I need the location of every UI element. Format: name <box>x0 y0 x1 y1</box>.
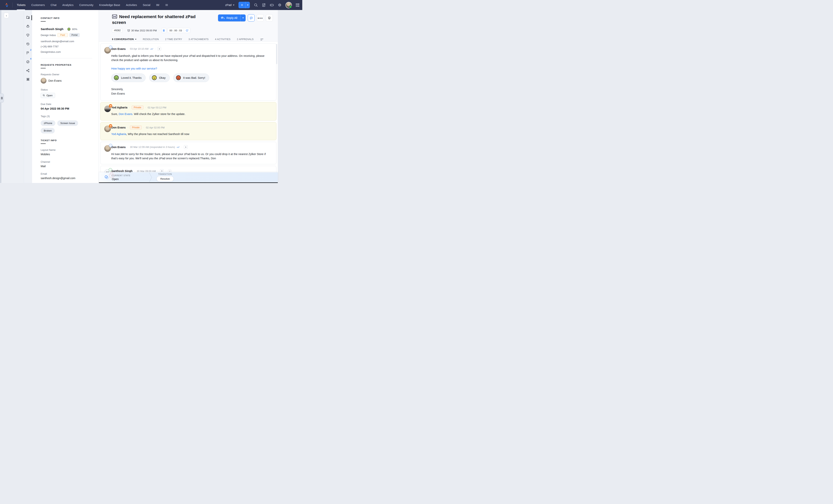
message-body: Hi Ivan,We're sorry for the trouble! Sur… <box>111 152 271 160</box>
collapse-panel-button[interactable]: ‹ <box>4 13 9 18</box>
timer-pause-button[interactable] <box>161 28 166 33</box>
dot-separator: · <box>155 48 156 50</box>
nav-overflow-icon[interactable] <box>165 4 168 6</box>
zoho-desk-logo-icon[interactable] <box>4 2 10 8</box>
outgoing-reply-badge-icon: ↑ <box>109 46 112 49</box>
survey-question-link[interactable]: How happy are you with our service? <box>111 67 271 70</box>
window-bottom-edge <box>99 182 278 183</box>
contact-name[interactable]: Santhosh Singh <box>41 27 64 31</box>
department-selector[interactable]: zPad <box>225 3 234 6</box>
channel-label: Channel <box>41 160 92 163</box>
due-date-value[interactable]: 04 Apr 2022 08:30 PM <box>41 107 92 110</box>
tag-screen-issue[interactable]: Screen Issue <box>57 120 78 126</box>
message-author[interactable]: Don Evans <box>111 146 126 149</box>
happiness-smiley-icon <box>67 28 71 31</box>
message-card: ↑ Don Evans · 30 Mar 12:09 AM (responded… <box>100 142 277 164</box>
gamification-icon[interactable] <box>270 3 274 7</box>
mention-link[interactable]: Yod Agbaria <box>111 132 126 135</box>
top-navbar: Tickets Customers Chat Analytics Communi… <box>0 0 302 10</box>
reply-all-button[interactable]: Reply All <box>218 15 245 21</box>
contact-company[interactable]: Design Indus <box>41 34 56 36</box>
status-badge[interactable]: Open <box>41 93 55 98</box>
private-note-badge-icon <box>109 104 112 107</box>
department-label: zPad <box>225 3 232 6</box>
message-time: 03 Apr 10:10 AM <box>130 47 148 50</box>
more-actions-button[interactable]: ●●● <box>257 14 264 22</box>
dot-separator: · <box>129 106 130 109</box>
nav-item-social[interactable]: Social <box>143 0 150 10</box>
rail-item-skills[interactable] <box>24 75 32 84</box>
message-author[interactable]: Yod Agbaria <box>111 106 127 109</box>
contact-phone[interactable]: (+26) 669-7787 <box>41 45 92 49</box>
requests-properties-header: REQUESTS PROPERTIES <box>41 64 92 68</box>
dot-separator: · <box>127 146 128 149</box>
left-pane: ‹ <box>1 10 24 183</box>
nav-item-community[interactable]: Community <box>79 0 93 10</box>
message-author[interactable]: Don Evans <box>111 47 126 50</box>
rating-okay-button[interactable]: Okay <box>149 74 170 82</box>
message-author[interactable]: Don Evans <box>111 126 126 129</box>
nav-item-tickets[interactable]: Tickets <box>17 0 25 10</box>
plus-icon[interactable]: + <box>238 2 245 8</box>
rail-item-flags[interactable]: 2 <box>24 48 32 57</box>
ticket-properties-icon <box>26 16 30 19</box>
chevron-separator-icon <box>149 173 152 182</box>
apps-grid-icon[interactable] <box>296 3 299 7</box>
private-badge: Private <box>132 105 143 109</box>
current-state-value: Open <box>112 178 130 181</box>
nav-item-knowledge-base[interactable]: Knowledge Base <box>99 0 120 10</box>
dot-separator: · <box>65 28 66 30</box>
rating-bad-button[interactable]: It was Bad. Sorry! <box>173 74 209 82</box>
expand-message-icon[interactable] <box>158 47 161 51</box>
rail-item-ticket-properties[interactable] <box>24 13 32 22</box>
quick-create-button[interactable]: + <box>238 2 250 8</box>
nav-item-customers[interactable]: Customers <box>31 0 45 10</box>
tag-zphone[interactable]: zPhone <box>41 120 55 126</box>
rail-item-approvals[interactable]: 4 <box>24 57 32 66</box>
nav-item-analytics[interactable]: Analytics <box>62 0 73 10</box>
comment-button[interactable] <box>248 14 255 22</box>
feedback-icon[interactable] <box>262 3 266 7</box>
ticket-meta-row: #9282 · 30 Mar 2022 09:00 PM · 00 : 00 :… <box>112 28 272 33</box>
stack-view-button[interactable] <box>266 14 273 22</box>
contact-email[interactable]: santhosh.design@email.com <box>41 40 92 43</box>
settings-gear-icon[interactable]: ⚙ <box>278 3 282 7</box>
message-card-private: Yod Agbaria · Private · 02 Apr 03:12 PM … <box>100 102 277 121</box>
mention-link[interactable]: Don Evans. <box>119 112 133 116</box>
status-value: Open <box>46 94 53 97</box>
reply-options-dropdown[interactable] <box>240 15 245 21</box>
approvals-check-icon <box>26 60 30 64</box>
owner-name[interactable]: Don Evans <box>48 79 62 82</box>
search-icon[interactable] <box>254 3 258 7</box>
dot-separator: · <box>127 48 128 50</box>
scrollbar-thumb[interactable] <box>276 44 277 64</box>
rail-item-suggestions[interactable] <box>24 31 32 40</box>
neutral-face-icon <box>152 75 157 80</box>
contact-website[interactable]: DesignIndus.com <box>41 50 92 54</box>
paid-badge: Paid <box>57 33 68 37</box>
email-value[interactable]: santhosh.design@gmail.com <box>41 177 92 180</box>
timer-reset-icon[interactable] <box>186 29 188 32</box>
rail-item-zia[interactable] <box>24 22 32 31</box>
rail-item-share[interactable] <box>24 66 32 75</box>
expand-message-icon[interactable] <box>184 145 188 149</box>
satisfaction-ratings: Loved it. Thanks Okay <box>111 74 271 82</box>
channel-value[interactable]: Mail <box>41 165 92 168</box>
nav-item-chat[interactable]: Chat <box>51 0 57 10</box>
quick-create-dropdown[interactable] <box>245 2 250 8</box>
private-note-badge-icon <box>109 124 112 127</box>
rail-item-history[interactable] <box>24 40 32 48</box>
zia-robot-icon <box>26 24 30 28</box>
user-avatar[interactable] <box>286 2 292 8</box>
nav-item-activities[interactable]: Activities <box>126 0 137 10</box>
flag-count-badge: 2 <box>30 49 31 51</box>
nav-item-im[interactable]: IM <box>156 0 159 10</box>
zoho-desk-app: Tickets Customers Chat Analytics Communi… <box>0 0 302 183</box>
resolve-button[interactable]: Resolve <box>157 176 174 182</box>
tag-broken[interactable]: Broken <box>41 128 55 133</box>
blueprint-icon <box>104 175 109 180</box>
rating-happy-button[interactable]: Loved it. Thanks <box>111 74 146 82</box>
panel-resize-handle[interactable] <box>0 94 4 103</box>
reply-all-label: Reply All <box>227 16 237 20</box>
layout-name-value[interactable]: Mobiles <box>41 153 92 156</box>
